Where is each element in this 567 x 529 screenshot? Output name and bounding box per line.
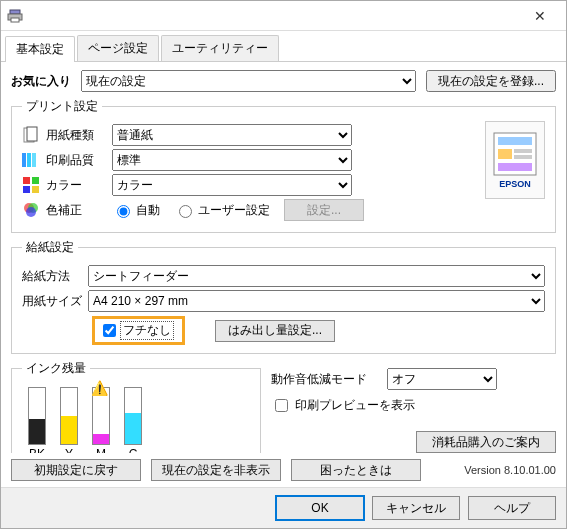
tab-strip: 基本設定 ページ設定 ユーティリティー bbox=[1, 31, 566, 62]
supplies-button[interactable]: 消耗品購入のご案内 bbox=[416, 431, 556, 453]
paper-size-label: 用紙サイズ bbox=[22, 293, 82, 310]
svg-rect-16 bbox=[498, 137, 532, 145]
svg-rect-19 bbox=[514, 155, 532, 159]
svg-rect-20 bbox=[498, 163, 532, 171]
ink-level-group: インク残量 BK Y ⚠️ M bbox=[11, 360, 261, 453]
svg-rect-5 bbox=[22, 153, 26, 167]
printer-icon bbox=[7, 8, 23, 24]
ink-level-legend: インク残量 bbox=[22, 360, 90, 377]
footer-actions: 初期設定に戻す 現在の設定を非表示 困ったときは Version 8.10.01… bbox=[1, 453, 566, 487]
cc-auto-radio[interactable]: 自動 bbox=[112, 202, 160, 219]
ink-bar-m: ⚠️ M bbox=[92, 387, 110, 453]
cc-auto-label: 自動 bbox=[136, 202, 160, 219]
paper-type-icon bbox=[22, 126, 40, 144]
svg-rect-2 bbox=[11, 18, 19, 22]
print-preview-checkbox[interactable]: 印刷プレビューを表示 bbox=[271, 396, 415, 415]
cancel-button[interactable]: キャンセル bbox=[372, 496, 460, 520]
titlebar: ✕ bbox=[1, 1, 566, 31]
ink-bar-y: Y bbox=[60, 387, 78, 453]
print-preview-label: 印刷プレビューを表示 bbox=[295, 397, 415, 414]
color-icon bbox=[22, 176, 40, 194]
help-button[interactable]: ヘルプ bbox=[468, 496, 556, 520]
svg-rect-9 bbox=[32, 177, 39, 184]
cc-settings-button: 設定... bbox=[284, 199, 364, 221]
brand-label: EPSON bbox=[499, 179, 531, 189]
svg-rect-8 bbox=[23, 177, 30, 184]
favorites-row: お気に入り 現在の設定 現在の設定を登録... bbox=[11, 70, 556, 92]
preview-icon bbox=[492, 131, 538, 177]
cc-user-label: ユーザー設定 bbox=[198, 202, 270, 219]
tab-page[interactable]: ページ設定 bbox=[77, 35, 159, 61]
paper-type-label: 用紙種類 bbox=[46, 127, 106, 144]
svg-rect-6 bbox=[27, 153, 31, 167]
tab-basic[interactable]: 基本設定 bbox=[5, 36, 75, 62]
borderless-checkbox[interactable] bbox=[103, 324, 116, 337]
tab-content: お気に入り 現在の設定 現在の設定を登録... プリント設定 用紙種類 普通紙 … bbox=[1, 62, 566, 453]
paper-type-select[interactable]: 普通紙 bbox=[112, 124, 352, 146]
reset-defaults-button[interactable]: 初期設定に戻す bbox=[11, 459, 141, 481]
svg-rect-4 bbox=[27, 127, 37, 141]
tab-utility[interactable]: ユーティリティー bbox=[161, 35, 279, 61]
favorites-select[interactable]: 現在の設定 bbox=[81, 70, 416, 92]
dialog-buttons: OK キャンセル ヘルプ bbox=[1, 487, 566, 528]
paper-size-select[interactable]: A4 210 × 297 mm bbox=[88, 290, 545, 312]
print-settings-legend: プリント設定 bbox=[22, 98, 102, 115]
overflow-settings-button[interactable]: はみ出し量設定... bbox=[215, 320, 335, 342]
paper-feed-group: 給紙設定 給紙方法 シートフィーダー 用紙サイズ A4 210 × 297 mm… bbox=[11, 239, 556, 354]
preview-image: EPSON bbox=[485, 121, 545, 199]
cc-user-radio[interactable]: ユーザー設定 bbox=[174, 202, 270, 219]
print-dialog: ✕ 基本設定 ページ設定 ユーティリティー お気に入り 現在の設定 現在の設定を… bbox=[0, 0, 567, 529]
print-settings-group: プリント設定 用紙種類 普通紙 印刷品質 標準 カラー bbox=[11, 98, 556, 233]
ok-button[interactable]: OK bbox=[276, 496, 364, 520]
quality-label: 印刷品質 bbox=[46, 152, 106, 169]
favorites-label: お気に入り bbox=[11, 73, 71, 90]
svg-rect-17 bbox=[498, 149, 512, 159]
warning-icon: ⚠️ bbox=[91, 380, 108, 396]
svg-rect-0 bbox=[10, 10, 20, 14]
paper-source-select[interactable]: シートフィーダー bbox=[88, 265, 545, 287]
svg-rect-10 bbox=[23, 186, 30, 193]
version-label: Version 8.10.01.00 bbox=[464, 464, 556, 476]
hide-settings-button[interactable]: 現在の設定を非表示 bbox=[151, 459, 281, 481]
borderless-highlight: フチなし bbox=[92, 316, 185, 345]
paper-feed-legend: 給紙設定 bbox=[22, 239, 78, 256]
troubleshoot-button[interactable]: 困ったときは bbox=[291, 459, 421, 481]
quality-icon bbox=[22, 151, 40, 169]
ink-bar-bk: BK bbox=[28, 387, 46, 453]
paper-source-label: 給紙方法 bbox=[22, 268, 82, 285]
quiet-mode-select[interactable]: オフ bbox=[387, 368, 497, 390]
quality-select[interactable]: 標準 bbox=[112, 149, 352, 171]
quiet-mode-label: 動作音低減モード bbox=[271, 371, 381, 388]
color-correction-label: 色補正 bbox=[46, 202, 106, 219]
register-favorite-button[interactable]: 現在の設定を登録... bbox=[426, 70, 556, 92]
svg-rect-7 bbox=[32, 153, 36, 167]
color-select[interactable]: カラー bbox=[112, 174, 352, 196]
color-label: カラー bbox=[46, 177, 106, 194]
svg-rect-11 bbox=[32, 186, 39, 193]
svg-point-14 bbox=[26, 207, 36, 217]
svg-rect-18 bbox=[514, 149, 532, 153]
color-correction-icon bbox=[22, 201, 40, 219]
ink-bar-c: C bbox=[124, 387, 142, 453]
borderless-label: フチなし bbox=[120, 321, 174, 340]
close-button[interactable]: ✕ bbox=[520, 2, 560, 30]
